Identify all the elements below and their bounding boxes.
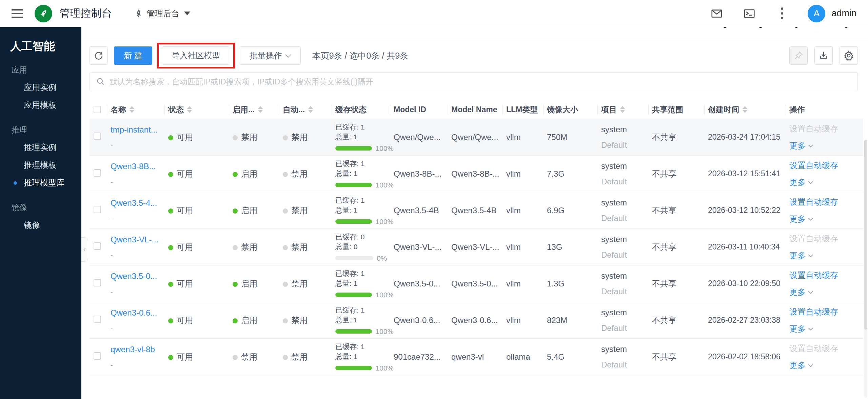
model-subtitle: -	[111, 324, 168, 333]
set-auto-cache-link[interactable]: 设置自动缓存	[789, 160, 863, 171]
column-header[interactable]: Model ID	[394, 100, 451, 119]
select-all-checkbox[interactable]	[94, 106, 101, 113]
more-dropdown[interactable]: 更多	[789, 360, 863, 371]
record-count: 本页9条 / 选中0条 / 共9条	[312, 50, 408, 61]
share-scope-cell: 不共享	[652, 352, 708, 362]
sidebar-group-app[interactable]: 应用	[0, 65, 81, 75]
more-dropdown[interactable]: 更多	[789, 323, 863, 334]
workspace-dropdown[interactable]: 管理后台	[134, 8, 190, 19]
sort-icon[interactable]	[258, 106, 263, 113]
project-sub: Default	[601, 177, 652, 186]
import-community-model-button[interactable]: 导入社区模型	[162, 46, 230, 65]
image-size-cell: 823M	[547, 316, 601, 325]
sidebar-group-inference[interactable]: 推理	[0, 125, 81, 135]
more-dropdown[interactable]: 更多	[789, 287, 863, 298]
select-checkbox[interactable]	[94, 242, 101, 250]
sidebar-item-inference-instance[interactable]: 推理实例	[0, 139, 81, 156]
refresh-button[interactable]	[90, 46, 108, 65]
terminal-icon[interactable]	[743, 7, 756, 20]
status-cell: 可用	[168, 315, 233, 326]
avatar[interactable]: A	[808, 5, 825, 22]
model-subtitle: -	[111, 141, 168, 149]
column-header[interactable]: 启用...	[233, 100, 283, 119]
set-auto-cache-link[interactable]: 设置自动缓存	[789, 270, 863, 281]
sidebar-item-inference-template[interactable]: 推理模板	[0, 156, 81, 174]
project-name: system	[601, 344, 652, 354]
column-header[interactable]: 共享范围	[652, 100, 708, 119]
more-dropdown[interactable]: 更多	[789, 214, 863, 224]
column-header[interactable]: 名称	[111, 100, 168, 119]
model-name-link[interactable]: tmp-instant...	[111, 125, 168, 135]
download-button[interactable]	[814, 46, 833, 65]
project-name: system	[601, 161, 652, 171]
model-name-link[interactable]: qwen3-vl-8b	[111, 345, 168, 354]
select-checkbox[interactable]	[94, 133, 101, 140]
autocache-cell: 禁用	[283, 168, 335, 179]
column-header[interactable]: LLM类型	[506, 100, 547, 119]
llm-type-cell: vllm	[506, 133, 547, 142]
pin-button[interactable]	[789, 46, 808, 65]
created-time-cell: 2026-02-27 23:03:38	[708, 316, 789, 325]
column-header[interactable]: 缓存状态	[335, 100, 394, 119]
mail-icon[interactable]	[710, 7, 724, 20]
sidebar-item-image[interactable]: 镜像	[0, 216, 81, 234]
created-time-cell: 2026-03-12 10:52:22	[708, 206, 789, 215]
more-dropdown[interactable]: 更多	[789, 250, 863, 261]
cached-count: 已缓存: 1	[335, 342, 394, 352]
select-checkbox[interactable]	[94, 316, 101, 323]
table-body: tmp-instant... - 可用 禁用 禁用 已缓存: 1 总量: 1 1…	[90, 119, 863, 375]
user-menu[interactable]: A admin	[808, 5, 856, 22]
more-dropdown[interactable]: 更多	[789, 177, 863, 188]
search-icon	[96, 77, 105, 86]
column-header[interactable]: 自动...	[283, 100, 335, 119]
sidebar-collapse-handle[interactable]: ‹	[81, 237, 88, 262]
sort-icon[interactable]	[743, 106, 747, 113]
sort-icon[interactable]	[187, 106, 192, 113]
column-header[interactable]: 创建时间	[708, 100, 789, 119]
model-name-link[interactable]: Qwen3-0.6...	[111, 308, 168, 318]
sort-icon[interactable]	[308, 106, 313, 113]
column-header[interactable]: Model Name	[451, 100, 506, 119]
cache-percent: 100%	[375, 181, 394, 189]
cache-status-cell: 已缓存: 1 总量: 1 100%	[335, 342, 394, 372]
sort-icon[interactable]	[620, 106, 625, 113]
new-button[interactable]: 新 建	[114, 46, 152, 65]
more-dropdown[interactable]: 更多	[789, 140, 863, 151]
model-name-link[interactable]: Qwen3.5-4...	[111, 198, 168, 208]
select-checkbox[interactable]	[94, 169, 101, 177]
actions-cell: 设置自动缓存 更多	[789, 197, 863, 224]
search-input[interactable]	[110, 77, 851, 86]
sidebar-group-image[interactable]: 镜像	[0, 202, 81, 213]
set-auto-cache-link[interactable]: 设置自动缓存	[789, 306, 863, 317]
column-header[interactable]: 操作	[789, 100, 863, 119]
column-header[interactable]: 项目	[601, 100, 652, 119]
select-checkbox[interactable]	[94, 279, 101, 286]
select-checkbox[interactable]	[94, 352, 101, 360]
select-checkbox[interactable]	[94, 206, 101, 213]
kebab-menu-icon[interactable]	[775, 7, 789, 20]
sidebar-item-inference-model-library[interactable]: 推理模型库	[0, 174, 81, 192]
cache-percent: 100%	[375, 364, 394, 372]
model-name-link[interactable]: Qwen3.5-0...	[111, 272, 168, 281]
autocache-cell: 禁用	[283, 242, 335, 253]
name-cell: Qwen3-8B... -	[111, 162, 168, 186]
cache-progress-fill	[335, 219, 372, 224]
column-header[interactable]: 镜像大小	[547, 100, 601, 119]
autocache-label: 禁用	[291, 206, 308, 215]
cache-progress-bar	[335, 183, 372, 187]
project-cell: system Default	[601, 198, 652, 223]
menu-icon[interactable]	[12, 9, 23, 18]
set-auto-cache-link[interactable]: 设置自动缓存	[789, 197, 863, 207]
column-header[interactable]: 状态	[168, 100, 233, 119]
table-row: Qwen3-8B... - 可用 启用 禁用 已缓存: 1 总量: 1 100%…	[90, 156, 863, 192]
status-cell: 可用	[168, 132, 233, 143]
sort-icon[interactable]	[130, 106, 134, 113]
scrollbar-thumb[interactable]	[864, 140, 867, 330]
model-name-link[interactable]: Qwen3-8B...	[111, 162, 168, 171]
sidebar-item-app-template[interactable]: 应用模板	[0, 96, 81, 114]
model-name-link[interactable]: Qwen3-VL-...	[111, 235, 168, 244]
batch-operation-dropdown[interactable]: 批量操作	[240, 46, 301, 65]
image-size-cell: 7.3G	[547, 169, 601, 179]
gear-button[interactable]	[840, 46, 858, 65]
sidebar-item-app-instance[interactable]: 应用实例	[0, 79, 81, 96]
